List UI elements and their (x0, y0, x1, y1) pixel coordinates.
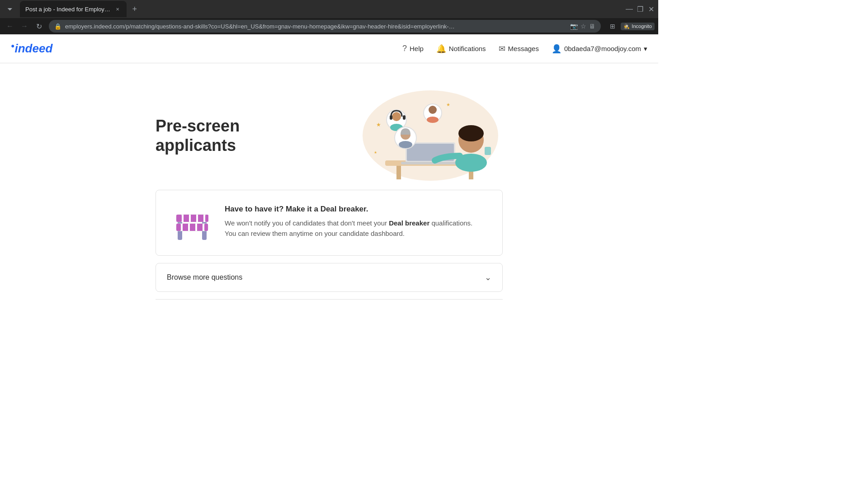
bell-icon: 🔔 (436, 44, 446, 54)
svg-point-12 (392, 112, 401, 121)
user-icon: 👤 (552, 44, 561, 54)
hero-illustration: ★ ★ ★ (331, 90, 503, 181)
tab-label: Post a job - Indeed for Employ… (25, 6, 110, 13)
page: ●indeed ? Help 🔔 Notifications ✉ Message… (0, 34, 658, 371)
active-tab[interactable]: Post a job - Indeed for Employ… ✕ (20, 1, 127, 17)
window-controls: — ❐ ✕ (626, 5, 655, 13)
refresh-button[interactable]: ↻ (33, 20, 45, 33)
deal-breaker-body: We won't notify you of candidates that d… (225, 218, 484, 239)
indeed-logo[interactable]: ●indeed (11, 42, 52, 56)
svg-point-21 (399, 141, 412, 148)
svg-rect-39 (183, 224, 188, 231)
svg-rect-34 (189, 215, 191, 222)
browser-actions: ⊞ 🕵 Incognito (606, 20, 655, 33)
deal-breaker-title: Have to have it? Make it a Deal breaker. (225, 205, 484, 214)
forward-button[interactable]: → (18, 20, 31, 33)
deal-breaker-icon (174, 205, 210, 241)
new-tab-button[interactable]: + (128, 3, 141, 15)
body-before: We won't notify you of candidates that d… (225, 219, 389, 227)
address-bar: ← → ↻ 🔒 employers.indeed.com/p/matching/… (0, 18, 658, 34)
url-bar[interactable]: 🔒 employers.indeed.com/p/matching/questi… (49, 20, 601, 33)
nav-controls: ← → ↻ (4, 20, 45, 33)
url-action-icons: 📷 ☆ 🖥 (570, 23, 595, 30)
user-email: 0bdaeda7@moodjoy.com (564, 45, 641, 52)
lock-icon: 🔒 (54, 23, 61, 30)
help-link[interactable]: ? Help (402, 44, 424, 53)
svg-rect-30 (191, 215, 196, 222)
incognito-badge: 🕵 Incognito (621, 23, 655, 30)
notifications-label: Notifications (449, 45, 486, 52)
svg-text:★: ★ (374, 150, 377, 155)
back-button[interactable]: ← (4, 20, 16, 33)
svg-rect-43 (181, 224, 183, 231)
camera-icon: 📷 (570, 23, 578, 30)
tab-bar: Post a job - Indeed for Employ… ✕ + (20, 1, 622, 17)
messages-link[interactable]: ✉ Messages (499, 44, 539, 54)
deal-breaker-card: Have to have it? Make it a Deal breaker.… (156, 190, 503, 256)
svg-rect-6 (401, 162, 460, 164)
minimize-button[interactable]: — (626, 5, 633, 13)
illustration-svg: ★ ★ ★ (331, 90, 503, 181)
svg-rect-31 (198, 215, 203, 222)
svg-rect-35 (196, 215, 198, 222)
browse-label: Browse more questions (167, 273, 242, 282)
svg-rect-42 (204, 224, 208, 231)
svg-rect-33 (182, 215, 184, 222)
chevron-down-icon: ⌄ (485, 272, 491, 282)
svg-rect-41 (197, 224, 203, 231)
indeed-navbar: ●indeed ? Help 🔔 Notifications ✉ Message… (0, 34, 658, 63)
main-content: Pre-screen applicants (148, 63, 510, 316)
hero-title: Pre-screen applicants (156, 116, 309, 155)
svg-rect-14 (390, 115, 392, 120)
barrier-svg (174, 205, 210, 241)
nav-links: ? Help 🔔 Notifications ✉ Messages 👤 0bda… (402, 44, 647, 54)
hero-section: Pre-screen applicants (156, 72, 503, 190)
profile-icon: 🖥 (589, 23, 595, 30)
extensions-button[interactable]: ⊞ (606, 20, 619, 33)
svg-rect-46 (203, 224, 204, 231)
svg-rect-15 (403, 115, 406, 120)
svg-point-17 (429, 106, 437, 114)
incognito-icon: 🕵 (623, 23, 630, 29)
svg-point-9 (458, 125, 484, 141)
incognito-label: Incognito (632, 23, 652, 29)
help-label: Help (410, 45, 424, 52)
deal-breaker-content: Have to have it? Make it a Deal breaker.… (225, 205, 484, 239)
svg-rect-10 (485, 147, 491, 155)
maximize-button[interactable]: ❐ (637, 5, 644, 13)
close-button[interactable]: ✕ (647, 5, 655, 13)
svg-rect-40 (190, 224, 195, 231)
browser-chrome: ⏷ Post a job - Indeed for Employ… ✕ + — … (0, 0, 658, 18)
help-icon: ? (402, 44, 407, 53)
svg-point-18 (427, 117, 439, 123)
notifications-link[interactable]: 🔔 Notifications (436, 44, 486, 54)
svg-rect-29 (184, 215, 189, 222)
content-divider (156, 299, 503, 300)
browse-more-section[interactable]: Browse more questions ⌄ (156, 263, 503, 292)
user-menu[interactable]: 👤 0bdaeda7@moodjoy.com ▾ (552, 44, 647, 54)
svg-rect-36 (203, 215, 205, 222)
svg-rect-32 (205, 215, 208, 222)
svg-rect-38 (176, 224, 181, 231)
svg-rect-28 (176, 215, 182, 222)
logo-text: ●indeed (11, 42, 52, 56)
tab-nav-dropdown[interactable]: ⏷ (4, 3, 16, 15)
url-text: employers.indeed.com/p/matching/question… (65, 23, 566, 30)
svg-rect-2 (396, 166, 401, 179)
user-chevron-icon: ▾ (644, 45, 647, 53)
mail-icon: ✉ (499, 44, 505, 54)
svg-text:★: ★ (376, 122, 381, 128)
svg-text:★: ★ (446, 102, 450, 107)
tab-close-button[interactable]: ✕ (114, 5, 121, 13)
messages-label: Messages (508, 45, 539, 52)
body-highlight: Deal breaker (389, 219, 429, 227)
bookmark-icon: ☆ (580, 23, 586, 30)
svg-rect-44 (188, 224, 190, 231)
svg-rect-45 (195, 224, 197, 231)
